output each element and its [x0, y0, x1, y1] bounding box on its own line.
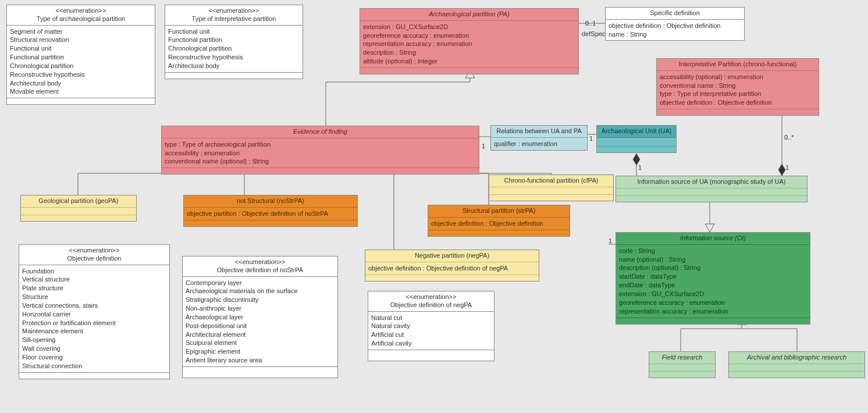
class-name: Information source of UA (monographic st… [618, 178, 805, 186]
class-enum-type-arch-partition: <<enumeration>> Type of archaeological p… [6, 5, 155, 105]
class-name: not Structural (noStrPA) [186, 197, 355, 205]
class-enum-objective-definition: <<enumeration>> Objective definition Fou… [19, 244, 170, 379]
class-info-source-ua: Information source of UA (monographic st… [616, 176, 807, 202]
class-archival-research: Archival and bibliographic research [728, 351, 865, 378]
attributes: type : Type of archaeological partition … [162, 138, 479, 168]
class-arch-unit-ua: Archaeological Unit (UA) [596, 125, 677, 153]
multiplicity-label: 0..* [784, 134, 794, 141]
attributes: objective partition : Objective definiti… [184, 208, 357, 220]
stereotype: <<enumeration>> [185, 258, 335, 266]
enum-values: Natural cut Natural cavity Artificial cu… [368, 312, 494, 350]
class-evidence-of-finding: Evidence of finding type : Type of archa… [161, 126, 479, 175]
class-chrono-func-partition: Chrono-functional partition (cfPA) [489, 175, 614, 201]
svg-marker-8 [705, 224, 714, 232]
stereotype: <<enumeration>> [9, 7, 152, 15]
uml-diagram-canvas: <<enumeration>> Type of archaeological p… [0, 0, 868, 413]
enum-values: Foundation Vertical structure Plate stru… [19, 265, 169, 372]
role-label-defspec: defSpec [582, 30, 605, 37]
class-name: Objective definition of noStrPA [185, 266, 335, 275]
multiplicity-label: 1 [589, 135, 593, 142]
class-name: Evidence of finding [164, 128, 476, 136]
class-interpretative-partition: Interpretative Partition (chrono-functio… [656, 58, 819, 116]
multiplicity-label: 1 [482, 143, 485, 149]
class-geological-partition: Geological partition (geoPA) [20, 195, 137, 222]
class-name: Type of interpretative partition [168, 15, 300, 23]
class-name: Archaeological partition (PA) [362, 10, 576, 19]
stereotype: <<enumeration>> [22, 247, 167, 255]
attributes: objective definition : Objective definit… [606, 20, 744, 41]
class-info-source-oi: Information source (OI) code : String na… [616, 232, 810, 325]
attributes: accessibility (optional) : enumeration c… [657, 71, 819, 109]
multiplicity-label: 1 [638, 164, 642, 171]
class-enum-type-interp-partition: <<enumeration>> Type of interpretative p… [165, 5, 303, 79]
class-name: Negative partition (negPA) [368, 252, 536, 260]
class-not-structural: not Structural (noStrPA) objective parti… [183, 195, 358, 227]
class-name: Chrono-functional partition (cfPA) [492, 177, 611, 185]
attributes: objective definition : Objective definit… [428, 218, 570, 230]
attributes: extension : GU_CXSurface2D georeference … [360, 21, 578, 67]
class-name: Archival and bibliographic research [731, 354, 862, 362]
class-name: Field research [652, 354, 713, 362]
class-negative-partition: Negative partition (negPA) objective def… [365, 250, 539, 282]
multiplicity-label: 1 [785, 164, 789, 171]
enum-values: Contemporary layer Archaeological materi… [183, 277, 337, 366]
attributes: objective definition : Objective definit… [365, 262, 539, 275]
class-name: Interpretative Partition (chrono-functio… [659, 60, 816, 69]
enum-values: Functional unit Functional partition Chr… [165, 26, 303, 72]
class-name: Geological partition (geoPA) [23, 197, 134, 205]
enum-values: Segment of matter Structural renovation … [7, 26, 155, 98]
attributes: code : String name (optional) : String d… [616, 245, 810, 318]
class-arch-partition-pa: Archaeological partition (PA) extension … [360, 8, 579, 74]
svg-marker-7 [778, 164, 785, 176]
class-enum-negpa: <<enumeration>> Objective definition of … [368, 291, 495, 361]
class-specific-definition: Specific definition objective definition… [605, 7, 745, 41]
multiplicity-label: 1 [609, 237, 612, 244]
class-name: Archaeological Unit (UA) [599, 127, 674, 136]
stereotype: <<enumeration>> [168, 7, 300, 15]
class-name: Specific definition [608, 9, 742, 17]
svg-marker-6 [633, 154, 640, 165]
class-name: Information source (OI) [618, 234, 807, 243]
class-name: Relations between UA and PA [493, 127, 585, 136]
class-name: Structural partition (strPA) [431, 207, 567, 215]
class-field-research: Field research [649, 351, 716, 378]
class-name: Objective definition [22, 255, 167, 263]
attributes: qualifier : enumeration [491, 138, 587, 150]
class-structural-partition: Structural partition (strPA) objective d… [428, 205, 570, 237]
class-name: Type of archaeological partition [9, 15, 152, 23]
class-enum-nostrpa: <<enumeration>> Objective definition of … [182, 256, 338, 378]
stereotype: <<enumeration>> [371, 293, 492, 301]
class-relations-ua-pa: Relations between UA and PA qualifier : … [490, 125, 588, 151]
multiplicity-label: 0..1 [585, 20, 596, 27]
class-name: Objective definition of negPA [371, 301, 492, 309]
